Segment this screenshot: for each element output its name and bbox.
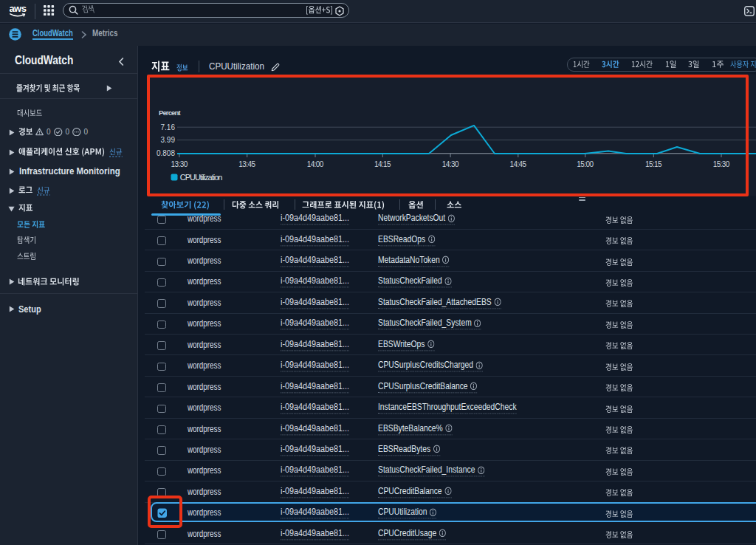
- svg-text:aws: aws: [9, 3, 26, 14]
